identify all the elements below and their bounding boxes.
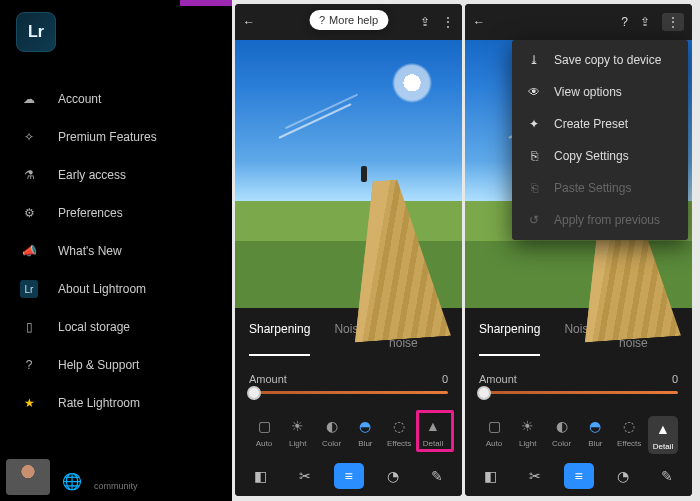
menu-copy-settings[interactable]: ⎘Copy Settings (512, 140, 688, 172)
photo-preview[interactable] (235, 40, 462, 308)
sidebar-item-premium[interactable]: ✧ Premium Features (0, 118, 232, 156)
help-icon: ? (20, 356, 38, 374)
sidebar-item-label: Help & Support (58, 358, 139, 372)
sidebar-item-early-access[interactable]: ⚗ Early access (0, 156, 232, 194)
edit-crop-btn[interactable]: ✂ (520, 463, 550, 489)
light-icon: ☀ (288, 416, 308, 436)
accent-strip (180, 0, 232, 6)
sidebar-item-label: Account (58, 92, 101, 106)
edit-sliders-btn[interactable]: ≡ (334, 463, 364, 489)
slider-value: 0 (442, 373, 448, 385)
tool-label: Auto (486, 439, 502, 448)
sidebar-item-label: Preferences (58, 206, 123, 220)
logo-text: Lr (28, 23, 44, 41)
effects-icon: ◌ (619, 416, 639, 436)
apply-icon: ↺ (526, 213, 542, 227)
sidebar-item-help[interactable]: ? Help & Support (0, 346, 232, 384)
more-icon[interactable]: ⋮ (662, 13, 684, 31)
edit-presets-btn[interactable]: ◧ (476, 463, 506, 489)
tool-effects[interactable]: ◌Effects (614, 416, 644, 454)
tool-detail[interactable]: ▲Detail (648, 416, 678, 454)
sidebar-item-preferences[interactable]: ⚙ Preferences (0, 194, 232, 232)
lr-badge-icon: Lr (20, 280, 38, 298)
menu-label: Copy Settings (554, 149, 629, 163)
detail-icon: ▲ (653, 419, 673, 439)
copy-icon: ⎘ (526, 149, 542, 163)
phone-screens: ← ⇪ ⋮ ? More help Sharpening Noise Color… (232, 0, 696, 501)
edit-masking-btn[interactable]: ◔ (378, 463, 408, 489)
sidebar-footer: 🌐 community (0, 453, 144, 501)
menu-apply-previous: ↺Apply from previous (512, 204, 688, 236)
tool-blur[interactable]: ◓Blur (580, 416, 610, 454)
edit-heal-btn[interactable]: ✎ (652, 463, 682, 489)
tab-sharpening[interactable]: Sharpening (479, 322, 540, 356)
sidebar-item-label: Premium Features (58, 130, 157, 144)
share-icon[interactable]: ⇪ (420, 15, 430, 29)
person-graphic (361, 166, 367, 182)
back-icon[interactable]: ← (243, 15, 255, 29)
sidebar-item-about[interactable]: Lr About Lightroom (0, 270, 232, 308)
slider-thumb[interactable] (477, 386, 491, 400)
help-pill-label: More help (329, 14, 378, 26)
edit-masking-btn[interactable]: ◔ (608, 463, 638, 489)
tool-label: Effects (387, 439, 411, 448)
slider-label: Amount (479, 373, 517, 385)
sidebar-item-label: About Lightroom (58, 282, 146, 296)
tool-light[interactable]: ☀Light (283, 416, 313, 448)
tool-effects[interactable]: ◌Effects (384, 416, 414, 448)
tool-auto[interactable]: ▢Auto (249, 416, 279, 448)
edit-crop-btn[interactable]: ✂ (290, 463, 320, 489)
menu-label: Create Preset (554, 117, 628, 131)
more-icon[interactable]: ⋮ (442, 15, 454, 29)
tool-color[interactable]: ◐Color (317, 416, 347, 448)
tool-blur[interactable]: ◓Blur (350, 416, 380, 448)
globe-icon[interactable]: 🌐 (56, 468, 88, 495)
tool-label: Light (519, 439, 536, 448)
share-icon[interactable]: ⇪ (640, 15, 650, 29)
effects-icon: ◌ (389, 416, 409, 436)
help-icon[interactable]: ? (621, 15, 628, 29)
menu-save-copy[interactable]: ⤓Save copy to device (512, 44, 688, 76)
tool-detail[interactable]: ▲Detail (418, 416, 448, 448)
tool-label: Color (322, 439, 341, 448)
menu-label: Paste Settings (554, 181, 631, 195)
sd-card-icon: ▯ (20, 318, 38, 336)
help-icon: ? (319, 14, 325, 26)
amount-slider[interactable] (249, 391, 448, 394)
sidebar-menu: ☁ Account ✧ Premium Features ⚗ Early acc… (0, 80, 232, 422)
sidebar-item-whats-new[interactable]: 📣 What's New (0, 232, 232, 270)
tool-label: Light (289, 439, 306, 448)
more-help-pill[interactable]: ? More help (309, 10, 388, 30)
sidebar-item-label: What's New (58, 244, 122, 258)
tool-auto[interactable]: ▢Auto (479, 416, 509, 454)
menu-create-preset[interactable]: ✦Create Preset (512, 108, 688, 140)
phone-screen-1: ← ⇪ ⋮ ? More help Sharpening Noise Color… (235, 4, 462, 496)
edit-sliders-btn[interactable]: ≡ (564, 463, 594, 489)
amount-slider[interactable] (479, 391, 678, 394)
tool-strip: ▢Auto ☀Light ◐Color ◓Blur ◌Effects ▲Deta… (249, 416, 448, 448)
sidebar-item-storage[interactable]: ▯ Local storage (0, 308, 232, 346)
avatar[interactable] (6, 459, 50, 495)
menu-label: Save copy to device (554, 53, 661, 67)
sidebar-item-account[interactable]: ☁ Account (0, 80, 232, 118)
edit-presets-btn[interactable]: ◧ (246, 463, 276, 489)
flask-icon: ⚗ (20, 166, 38, 184)
menu-label: Apply from previous (554, 213, 660, 227)
back-icon[interactable]: ← (473, 15, 485, 29)
tool-label: Detail (653, 442, 673, 451)
edit-heal-btn[interactable]: ✎ (422, 463, 452, 489)
tab-sharpening[interactable]: Sharpening (249, 322, 310, 356)
sidebar-item-label: Local storage (58, 320, 130, 334)
menu-label: View options (554, 85, 622, 99)
blur-icon: ◓ (355, 416, 375, 436)
tool-light[interactable]: ☀Light (513, 416, 543, 454)
tool-color[interactable]: ◐Color (547, 416, 577, 454)
sidebar-item-label: Rate Lightroom (58, 396, 140, 410)
lightroom-logo[interactable]: Lr (16, 12, 56, 52)
menu-view-options[interactable]: 👁View options (512, 76, 688, 108)
star-filled-icon: ★ (20, 394, 38, 412)
sidebar-item-rate[interactable]: ★ Rate Lightroom (0, 384, 232, 422)
slider-thumb[interactable] (247, 386, 261, 400)
light-icon: ☀ (518, 416, 538, 436)
tool-label: Blur (588, 439, 602, 448)
